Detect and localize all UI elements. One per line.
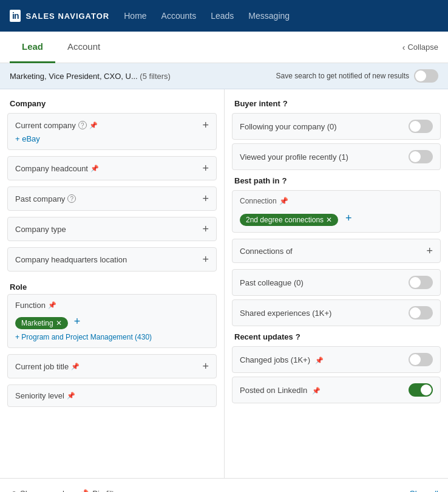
past-company-add-btn[interactable]: +: [202, 193, 209, 204]
past-company-filter: Past company ? +: [7, 186, 217, 211]
viewed-profile-row: Viewed your profile recently (1): [232, 143, 441, 170]
2nd-degree-label: 2nd degree connections: [246, 216, 324, 224]
current-company-help-icon: ?: [78, 121, 87, 129]
posted-linkedin-row: Posted on LinkedIn 📌: [232, 377, 441, 403]
company-headcount-filter: Company headcount 📌 +: [7, 156, 217, 180]
function-text: Function: [15, 301, 46, 310]
search-query: Marketing, Vice President, CXO, U... (5 …: [10, 72, 171, 81]
search-bar: Marketing, Vice President, CXO, U... (5 …: [0, 63, 448, 89]
nav-leads[interactable]: Leads: [211, 11, 234, 21]
share-search-label: Share search: [20, 489, 67, 492]
connection-card: Connection 📌 2nd degree connections ✕ +: [232, 190, 441, 233]
connection-add-btn[interactable]: +: [345, 212, 352, 225]
role-section-title: Role: [0, 278, 224, 294]
changed-jobs-row: Changed jobs (1K+) 📌: [232, 346, 441, 373]
search-query-text: Marketing, Vice President, CXO, U...: [10, 72, 138, 81]
best-path-text: Best path in: [234, 176, 279, 185]
company-type-row: Company type +: [15, 224, 209, 234]
nav-brand: SALES NAVIGATOR: [25, 12, 109, 21]
pin-filters-btn[interactable]: 📌 Pin filters: [79, 489, 124, 492]
program-management-link[interactable]: + Program and Project Management (430): [15, 333, 209, 341]
nav-logo: in SALES NAVIGATOR: [10, 10, 109, 22]
clear-all-btn[interactable]: Clear all: [409, 489, 438, 492]
company-hq-add-btn[interactable]: +: [202, 254, 209, 265]
past-company-help-icon: ?: [67, 194, 76, 203]
right-panel: Buyer intent ? Following your company (0…: [225, 89, 448, 478]
collapse-button[interactable]: ‹ Collapse: [402, 43, 438, 52]
job-title-label: Current job title 📌: [15, 362, 80, 371]
current-company-row: Current company ? 📌 +: [15, 120, 209, 131]
function-filter: Function 📌 Marketing ✕ + + Program and P…: [7, 294, 217, 348]
seniority-row: Seniority level 📌: [15, 391, 209, 400]
following-toggle[interactable]: [409, 120, 433, 133]
buyer-intent-title: Buyer intent ?: [225, 97, 448, 113]
current-company-add-btn[interactable]: +: [202, 120, 209, 131]
function-tags-row: Marketing ✕ +: [15, 313, 209, 329]
buyer-intent-help-icon: ?: [283, 99, 288, 108]
company-type-filter: Company type +: [7, 217, 217, 241]
nav-messaging[interactable]: Messaging: [248, 11, 290, 21]
seniority-pin-icon: 📌: [67, 392, 75, 400]
nav-accounts[interactable]: Accounts: [161, 11, 197, 21]
function-add-btn[interactable]: +: [74, 315, 81, 328]
headcount-text: Company headcount: [15, 164, 88, 173]
past-colleague-row: Past colleague (0): [232, 269, 441, 296]
posted-linkedin-label: Posted on LinkedIn 📌: [240, 386, 321, 395]
save-search-toggle[interactable]: [414, 69, 438, 83]
headcount-pin-icon: 📌: [90, 165, 99, 173]
connections-row: 2nd degree connections ✕ +: [240, 210, 433, 226]
changed-jobs-toggle[interactable]: [409, 353, 433, 366]
posted-linkedin-text: Posted on LinkedIn: [240, 386, 307, 395]
viewed-label: Viewed your profile recently (1): [240, 152, 348, 162]
current-company-text: Current company: [15, 121, 76, 130]
save-search-area: Save search to get notified of new resul…: [276, 69, 438, 83]
connections-of-filter: Connections of +: [232, 239, 441, 263]
share-search-btn[interactable]: ↗ Share search: [10, 489, 67, 492]
function-label: Function 📌: [15, 301, 56, 310]
job-title-pin-icon: 📌: [71, 363, 80, 371]
pin-icon: 📌: [79, 489, 89, 492]
marketing-tag-remove[interactable]: ✕: [56, 319, 62, 327]
2nd-degree-tag: 2nd degree connections ✕: [240, 214, 338, 226]
past-company-label: Past company ?: [15, 194, 76, 203]
past-company-row: Past company ? +: [15, 193, 209, 204]
tab-lead[interactable]: Lead: [10, 32, 55, 63]
company-type-label: Company type: [15, 225, 66, 234]
connection-label-text: Connection: [240, 197, 277, 205]
collapse-label: Collapse: [407, 43, 438, 52]
left-panel: Company Current company ? 📌 + + eBay Com…: [0, 89, 225, 478]
connections-of-row: Connections of +: [240, 245, 433, 256]
connections-of-add-btn[interactable]: +: [426, 245, 433, 256]
filter-badge: (5 filters): [140, 72, 171, 81]
past-colleague-label: Past colleague (0): [240, 278, 304, 287]
current-company-pin-icon: 📌: [89, 121, 98, 129]
posted-linkedin-toggle[interactable]: [409, 383, 433, 397]
recent-updates-text: Recent updates: [234, 332, 293, 341]
posted-pin-icon: 📌: [312, 387, 321, 394]
job-title-add-btn[interactable]: +: [202, 361, 209, 372]
changed-jobs-label: Changed jobs (1K+) 📌: [240, 355, 324, 364]
job-title-filter: Current job title 📌 +: [7, 354, 217, 378]
shared-experiences-toggle[interactable]: [409, 306, 433, 319]
headcount-add-btn[interactable]: +: [202, 163, 209, 174]
viewed-toggle[interactable]: [409, 150, 433, 163]
past-company-text: Past company: [15, 194, 65, 203]
current-company-filter: Current company ? 📌 + + eBay: [7, 113, 217, 150]
function-top-row: Function 📌: [15, 301, 209, 310]
seniority-label: Seniority level 📌: [15, 391, 75, 400]
tab-account[interactable]: Account: [55, 32, 112, 63]
past-colleague-toggle[interactable]: [409, 276, 433, 289]
connection-header: Connection 📌: [240, 197, 433, 205]
connection-pin-icon: 📌: [279, 197, 288, 205]
marketing-tag-label: Marketing: [21, 319, 53, 327]
marketing-tag: Marketing ✕: [15, 317, 68, 329]
company-section-title: Company: [0, 97, 224, 113]
recent-updates-title: Recent updates ?: [225, 330, 448, 346]
ebay-link[interactable]: + eBay: [15, 134, 209, 143]
connections-of-label: Connections of: [240, 247, 293, 256]
function-pin-icon: 📌: [48, 301, 56, 309]
headcount-label: Company headcount 📌: [15, 164, 99, 173]
nav-home[interactable]: Home: [124, 11, 146, 21]
company-type-add-btn[interactable]: +: [202, 224, 209, 234]
2nd-degree-remove[interactable]: ✕: [326, 216, 332, 224]
